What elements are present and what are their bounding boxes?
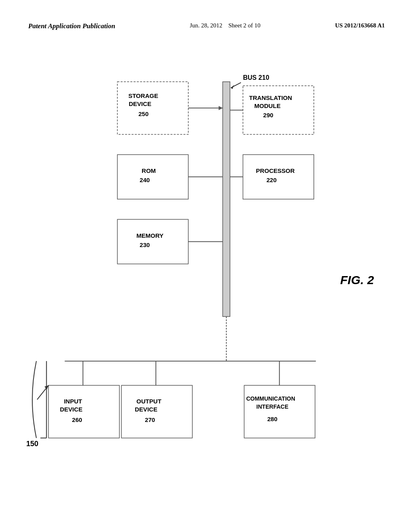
translation-module-num: 290	[263, 112, 273, 118]
storage-device-box	[117, 82, 188, 135]
output-device-num: 270	[145, 416, 155, 423]
bus-bar	[223, 82, 230, 317]
publication-number: US 2012/163668 A1	[335, 22, 385, 29]
translation-module-label2: MODULE	[254, 102, 281, 109]
patent-page: Patent Application Publication Jun. 28, …	[0, 0, 413, 532]
output-device-label2: DEVICE	[135, 406, 157, 413]
memory-box	[117, 219, 188, 264]
comm-interface-label: COMMUNICATION	[246, 395, 295, 402]
diagram-container: BUS 210 TRANSLATION MODULE 290 PROCESSOR…	[24, 52, 389, 508]
comm-interface-box	[244, 385, 315, 438]
comm-interface-label2: INTERFACE	[257, 403, 289, 410]
processor-num: 220	[267, 177, 277, 183]
storage-bus-arrow	[219, 106, 223, 110]
page-header: Patent Application Publication Jun. 28, …	[0, 22, 413, 30]
storage-device-label: STORAGE	[128, 92, 158, 99]
translation-module-box	[243, 86, 314, 135]
system-brace-curve	[32, 361, 36, 438]
output-device-label: OUTPUT	[136, 398, 162, 405]
memory-label: MEMORY	[136, 232, 163, 239]
memory-num: 230	[140, 241, 150, 248]
input-device-num: 260	[72, 416, 82, 423]
publication-date: Jun. 28, 2012	[190, 22, 222, 29]
system-num: 150	[26, 440, 38, 448]
sheet-info: Sheet 2 of 10	[228, 22, 261, 29]
bus-arrow-head	[231, 85, 234, 89]
publication-date-sheet: Jun. 28, 2012 Sheet 2 of 10	[190, 22, 260, 29]
comm-interface-num: 280	[267, 416, 277, 422]
processor-label: PROCESSOR	[256, 167, 295, 174]
storage-device-label2: DEVICE	[129, 100, 151, 107]
storage-device-num: 250	[138, 110, 148, 117]
publication-title: Patent Application Publication	[28, 22, 115, 30]
system-arrow-head	[44, 385, 48, 389]
figure-label: FIG. 2	[340, 273, 374, 287]
translation-module-label: TRANSLATION	[249, 94, 292, 101]
rom-box	[117, 155, 188, 199]
input-device-box	[48, 385, 119, 438]
input-device-label2: DEVICE	[60, 406, 82, 413]
bus-label: BUS 210	[243, 74, 269, 81]
processor-box	[243, 155, 314, 199]
input-device-label: INPUT	[64, 398, 82, 405]
rom-label: ROM	[142, 167, 156, 174]
rom-num: 240	[140, 177, 150, 183]
patent-diagram: BUS 210 TRANSLATION MODULE 290 PROCESSOR…	[24, 52, 389, 508]
